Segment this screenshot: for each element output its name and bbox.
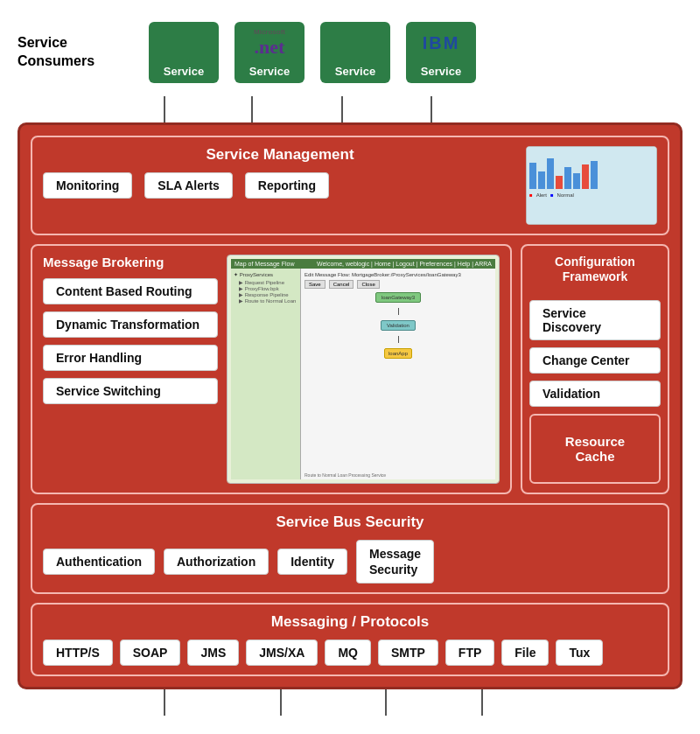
main-panel: Service Management Monitoring SLA Alerts… bbox=[18, 122, 682, 689]
consumer-service-2-icon: Microsoft .net bbox=[248, 22, 291, 65]
consumer-service-4: IBM Service bbox=[406, 22, 476, 83]
monitoring-box: Monitoring bbox=[43, 172, 132, 199]
messaging-protocols-section: Messaging / Protocols HTTP/S SOAP JMS JM… bbox=[31, 603, 669, 676]
smtp-box: SMTP bbox=[378, 640, 438, 666]
service-bus-security-title: Service Bus Security bbox=[43, 514, 657, 531]
service-management-title: Service Management bbox=[43, 146, 517, 164]
eh-box: Error Handling bbox=[43, 345, 218, 371]
service-consumers-boxes: Service Microsoft .net Service Service I… bbox=[149, 22, 476, 83]
consumer-service-2-label: Service bbox=[249, 65, 290, 78]
connector-1 bbox=[164, 96, 165, 122]
consumer-service-3-label: Service bbox=[335, 65, 375, 78]
middle-row: Message Brokering Content Based Routing … bbox=[31, 244, 669, 494]
mp-items: HTTP/S SOAP JMS JMS/XA MQ SMTP FTP File … bbox=[43, 640, 657, 666]
ftp-box: FTP bbox=[445, 640, 494, 666]
consumer-service-4-label: Service bbox=[421, 65, 461, 78]
service-discovery-box: Service Discovery bbox=[529, 300, 661, 340]
validation-box: Validation bbox=[529, 381, 661, 407]
consumer-service-1: Service bbox=[149, 22, 219, 83]
config-framework-title: Configuration Framework bbox=[529, 255, 661, 284]
message-brokering-section: Message Brokering Content Based Routing … bbox=[31, 244, 512, 494]
connector-2 bbox=[251, 96, 253, 122]
messaging-protocols-title: Messaging / Protocols bbox=[43, 613, 657, 631]
jmsxa-box: JMS/XA bbox=[246, 640, 318, 666]
file-box: File bbox=[501, 640, 549, 666]
bottom-connector-3 bbox=[385, 689, 387, 716]
consumer-service-2: Microsoft .net Service bbox=[234, 22, 304, 83]
ss-box: Service Switching bbox=[43, 378, 218, 404]
bottom-connector-1 bbox=[164, 689, 165, 716]
service-producers-section: ServiceProducers SAP Service Service Ser… bbox=[0, 716, 700, 734]
cbr-box: Content Based Routing bbox=[43, 278, 218, 304]
service-consumers-section: ServiceConsumers Service Microsoft .net … bbox=[0, 0, 700, 96]
bottom-connectors bbox=[18, 689, 682, 716]
sbs-items: Authentication Authorization Identity Me… bbox=[43, 540, 657, 584]
message-brokering-screenshot: Map of Message Flow Welcome, weblogic | … bbox=[227, 255, 500, 484]
resource-cache-label: ResourceCache bbox=[565, 434, 625, 464]
message-brokering-left: Message Brokering Content Based Routing … bbox=[43, 255, 218, 484]
service-management-left: Service Management Monitoring SLA Alerts… bbox=[43, 146, 517, 199]
service-management-items: Monitoring SLA Alerts Reporting bbox=[43, 172, 517, 199]
connector-4 bbox=[430, 96, 432, 122]
connector-3 bbox=[341, 96, 343, 122]
soap-box: SOAP bbox=[120, 640, 181, 666]
dt-box: Dynamic Transformation bbox=[43, 311, 218, 338]
consumer-service-1-label: Service bbox=[164, 65, 204, 78]
sla-alerts-box: SLA Alerts bbox=[144, 172, 233, 199]
config-framework-section: Configuration Framework Service Discover… bbox=[521, 244, 669, 494]
service-management-screenshot: ■Alert ■Normal bbox=[526, 146, 657, 225]
sm-screenshot-inner: ■Alert ■Normal bbox=[527, 147, 656, 224]
message-brokering-title: Message Brokering bbox=[43, 255, 218, 269]
tux-box: Tux bbox=[556, 640, 603, 666]
consumer-service-3: Service bbox=[320, 22, 390, 83]
authorization-box: Authorization bbox=[164, 549, 269, 575]
mb-screenshot-content: Map of Message Flow Welcome, weblogic | … bbox=[228, 255, 499, 483]
message-security-box: MessageSecurity bbox=[356, 540, 434, 584]
mq-box: MQ bbox=[325, 640, 371, 666]
bottom-connector-2 bbox=[280, 689, 282, 716]
change-center-box: Change Center bbox=[529, 347, 661, 374]
service-management-section: Service Management Monitoring SLA Alerts… bbox=[31, 136, 669, 235]
service-bus-security-section: Service Bus Security Authentication Auth… bbox=[31, 503, 669, 594]
service-consumers-label: ServiceConsumers bbox=[18, 34, 122, 71]
authentication-box: Authentication bbox=[43, 549, 155, 575]
https-box: HTTP/S bbox=[43, 640, 113, 666]
identity-box: Identity bbox=[277, 549, 347, 575]
reporting-box: Reporting bbox=[245, 172, 329, 199]
jms-box: JMS bbox=[187, 640, 239, 666]
resource-cache-box: ResourceCache bbox=[529, 414, 661, 484]
top-connectors bbox=[18, 96, 682, 122]
bottom-connector-4 bbox=[481, 689, 483, 716]
message-brokering-items: Content Based Routing Dynamic Transforma… bbox=[43, 278, 218, 404]
consumer-service-4-icon: IBM bbox=[419, 22, 463, 65]
